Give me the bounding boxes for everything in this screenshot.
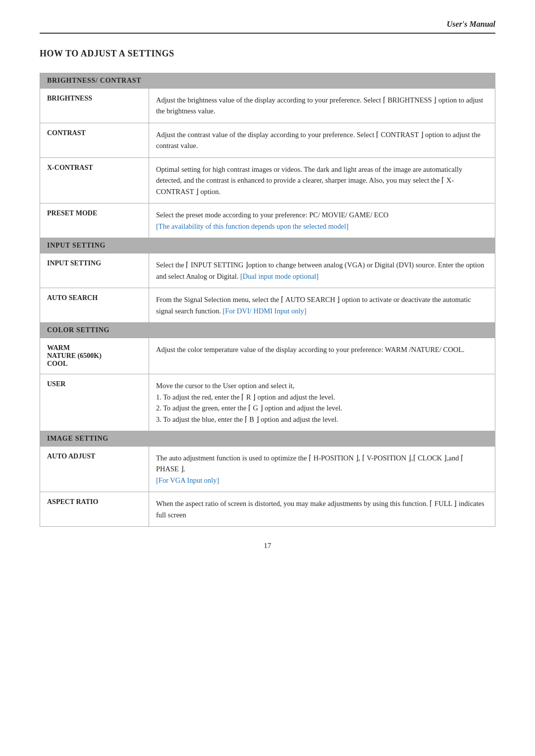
- brightness-desc: Adjust the brightness value of the displ…: [149, 89, 495, 123]
- section-input-label: INPUT SETTING: [40, 238, 495, 253]
- x-contrast-label: X-CONTRAST: [40, 157, 149, 203]
- section-image-label: IMAGE SETTING: [40, 431, 495, 446]
- preset-mode-desc-plain: Select the preset mode according to your…: [156, 211, 388, 219]
- auto-adjust-link: [For VGA Input only]: [156, 476, 219, 484]
- auto-search-link: [For DVI/ HDMI Input only]: [223, 307, 307, 315]
- section-header-label: BRIGHTNESS/ CONTRAST: [40, 73, 495, 89]
- table-row: AUTO ADJUST The auto adjustment function…: [40, 446, 495, 492]
- preset-mode-link: [The availability of this function depen…: [156, 222, 349, 230]
- auto-search-desc: From the Signal Selection menu, select t…: [149, 288, 495, 323]
- input-setting-desc: Select the ⌈ INPUT SETTING ⌋option to ch…: [149, 253, 495, 288]
- auto-search-label: AUTO SEARCH: [40, 288, 149, 323]
- section-color-label: COLOR SETTING: [40, 323, 495, 338]
- section-brightness-contrast: BRIGHTNESS/ CONTRAST: [40, 73, 495, 89]
- input-setting-label: INPUT SETTING: [40, 253, 149, 288]
- header: User's Manual: [40, 20, 495, 34]
- preset-mode-desc: Select the preset mode according to your…: [149, 203, 495, 238]
- table-row: INPUT SETTING Select the ⌈ INPUT SETTING…: [40, 253, 495, 288]
- table-row: X-CONTRAST Optimal setting for high cont…: [40, 157, 495, 203]
- contrast-desc: Adjust the contrast value of the display…: [149, 123, 495, 157]
- auto-adjust-desc-plain: The auto adjustment function is used to …: [156, 454, 464, 473]
- input-setting-desc-plain: Select the ⌈ INPUT SETTING ⌋option to ch…: [156, 261, 484, 280]
- section-input-setting: INPUT SETTING: [40, 238, 495, 253]
- aspect-ratio-label: ASPECT RATIO: [40, 492, 149, 527]
- brightness-label: BRIGHTNESS: [40, 89, 149, 123]
- table-row: WARM NATURE (6500K) COOL Adjust the colo…: [40, 338, 495, 374]
- contrast-label: CONTRAST: [40, 123, 149, 157]
- user-desc: Move the cursor to the User option and s…: [149, 374, 495, 431]
- section-image-setting: IMAGE SETTING: [40, 431, 495, 446]
- table-row: AUTO SEARCH From the Signal Selection me…: [40, 288, 495, 323]
- table-row: USER Move the cursor to the User option …: [40, 374, 495, 431]
- header-title: User's Manual: [447, 20, 495, 29]
- section-color-setting: COLOR SETTING: [40, 323, 495, 338]
- x-contrast-desc: Optimal setting for high contrast images…: [149, 157, 495, 203]
- warm-nature-cool-label: WARM NATURE (6500K) COOL: [40, 338, 149, 374]
- auto-search-desc-plain: From the Signal Selection menu, select t…: [156, 296, 471, 314]
- page-footer: 17: [40, 542, 495, 550]
- preset-mode-label: PRESET MODE: [40, 203, 149, 238]
- auto-adjust-label: AUTO ADJUST: [40, 446, 149, 492]
- page-title: HOW TO ADJUST A SETTINGS: [40, 49, 495, 59]
- table-row: ASPECT RATIO When the aspect ratio of sc…: [40, 492, 495, 527]
- auto-adjust-desc: The auto adjustment function is used to …: [149, 446, 495, 492]
- settings-table: BRIGHTNESS/ CONTRAST BRIGHTNESS Adjust t…: [40, 73, 495, 527]
- aspect-ratio-desc: When the aspect ratio of screen is disto…: [149, 492, 495, 527]
- table-row: BRIGHTNESS Adjust the brightness value o…: [40, 89, 495, 123]
- user-label: USER: [40, 374, 149, 431]
- input-setting-link: [Dual input mode optional]: [240, 272, 319, 280]
- warm-nature-cool-desc: Adjust the color temperature value of th…: [149, 338, 495, 374]
- table-row: CONTRAST Adjust the contrast value of th…: [40, 123, 495, 157]
- table-row: PRESET MODE Select the preset mode accor…: [40, 203, 495, 238]
- page-number: 17: [264, 542, 271, 550]
